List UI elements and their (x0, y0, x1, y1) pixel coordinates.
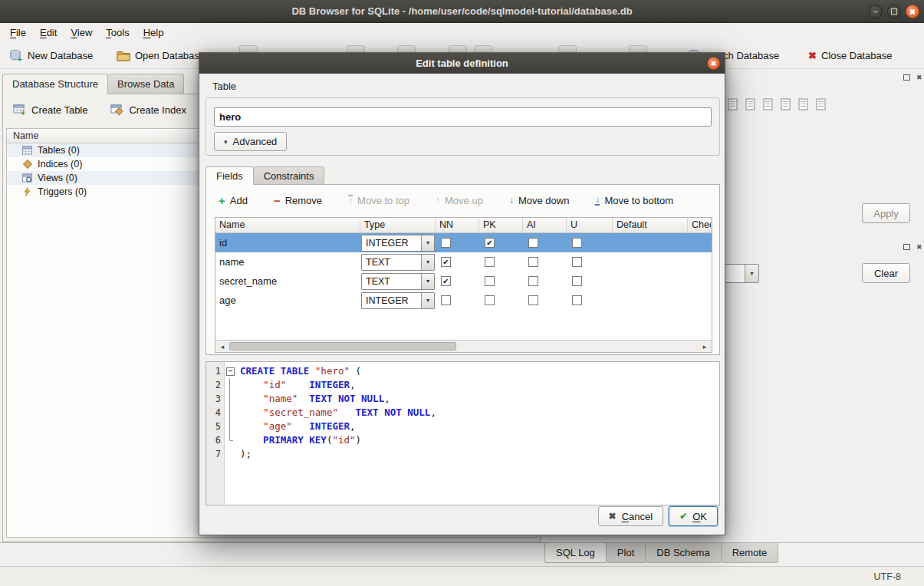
checkbox-nn[interactable] (441, 238, 451, 248)
horizontal-scrollbar[interactable]: ◂ ▸ (215, 340, 712, 352)
type-combo[interactable]: TEXT▾ (361, 273, 435, 290)
column-header-pk[interactable]: PK (479, 218, 523, 232)
checkbox-nn[interactable]: ✔ (441, 276, 451, 286)
move-bottom-icon: ↓ (595, 195, 600, 206)
dialog-titlebar[interactable]: Edit table definition ✖ (199, 53, 725, 74)
apply-button[interactable]: Apply (862, 203, 910, 223)
column-header-nn[interactable]: NN (436, 218, 479, 232)
checkbox-u[interactable] (572, 238, 582, 248)
create-table-button[interactable]: + Create Table (8, 101, 93, 118)
dock-close-icon[interactable]: ✖ (916, 243, 922, 251)
new-database-icon: + (9, 49, 23, 62)
field-row-name[interactable]: nameTEXT▾✔ (215, 252, 712, 272)
fold-markers[interactable] (225, 362, 235, 505)
scroll-left-button[interactable]: ◂ (217, 343, 228, 351)
page-icon[interactable] (727, 98, 738, 110)
column-header-ai[interactable]: AI (523, 218, 567, 232)
sql-line: CREATE TABLE "hero" ( (240, 364, 719, 378)
trigger-icon (22, 187, 32, 196)
checkbox-nn[interactable]: ✔ (441, 257, 451, 267)
tab-browse-data[interactable]: Browse Data (108, 74, 184, 94)
type-combo[interactable]: INTEGER▾ (361, 235, 435, 252)
chevron-down-icon: ▾ (745, 265, 758, 282)
column-header-check[interactable]: Check (688, 218, 712, 232)
checkbox-pk[interactable] (485, 295, 495, 305)
left-tab-bar: Database StructureBrowse Data (2, 74, 184, 94)
tab-db-schema[interactable]: DB Schema (646, 543, 721, 563)
page-icon[interactable] (745, 98, 756, 110)
column-header-name[interactable]: Name (215, 218, 360, 232)
advanced-toggle[interactable]: ▾ Advanced (214, 132, 287, 151)
close-database-button[interactable]: ✖ Close Database (804, 44, 896, 67)
tab-database-structure[interactable]: Database Structure (2, 74, 108, 94)
field-row-id[interactable]: idINTEGER▾✔ (215, 233, 712, 252)
column-header-default[interactable]: Default (613, 218, 688, 232)
menu-tools[interactable]: Tools (99, 25, 136, 41)
window-titlebar[interactable]: DB Browser for SQLite - /home/user/code/… (0, 0, 924, 23)
create-index-button[interactable]: Create Index (105, 101, 191, 118)
tab-plot[interactable]: Plot (607, 543, 646, 563)
checkbox-ai[interactable] (528, 295, 538, 305)
cancel-button[interactable]: ✖ Cancel (598, 506, 664, 526)
checkbox-u[interactable] (572, 295, 582, 305)
checkbox-pk[interactable] (485, 276, 495, 286)
checkbox-ai[interactable] (528, 238, 538, 248)
menu-edit[interactable]: Edit (33, 25, 64, 41)
remove-button[interactable]: −Remove (269, 193, 327, 209)
clear-button[interactable]: Clear (862, 263, 910, 283)
fold-marker (225, 433, 235, 447)
checkbox-u[interactable] (572, 257, 582, 267)
add-button[interactable]: +Add (214, 193, 252, 209)
page-icon[interactable] (797, 98, 809, 110)
ok-button[interactable]: ✔ OK (669, 506, 718, 526)
column-header-type[interactable]: Type (360, 218, 436, 232)
menu-help[interactable]: Help (136, 25, 171, 41)
fold-marker (225, 420, 235, 433)
window-close-button[interactable]: ✖ (906, 5, 919, 18)
page-icon[interactable] (815, 98, 827, 110)
dock-close-icon[interactable]: ✖ (916, 74, 922, 81)
move-to-bottom-button[interactable]: ↓Move to bottom (590, 193, 678, 209)
tab-sql-log[interactable]: SQL Log (544, 543, 607, 563)
new-database-button[interactable]: + New Database (5, 44, 97, 67)
move-up-button[interactable]: ↑Move up (431, 193, 488, 209)
checkbox-ai[interactable] (528, 276, 538, 286)
scroll-right-button[interactable]: ▸ (699, 343, 710, 351)
move-to-top-button[interactable]: ↑Move to top (344, 193, 414, 209)
dock-controls-top: ✖ (903, 74, 922, 81)
field-toolbar: +Add−Remove↑Move to top↑Move up↓Move dow… (214, 189, 678, 212)
page-icon[interactable] (762, 98, 774, 110)
checkbox-u[interactable] (572, 276, 582, 286)
status-bar: UTF-8 (0, 566, 924, 586)
tab-constraints[interactable]: Constraints (254, 166, 325, 185)
type-combo[interactable]: TEXT▾ (361, 254, 435, 271)
column-header-u[interactable]: U (567, 218, 613, 232)
maximize-button[interactable] (887, 5, 901, 18)
table-name-input[interactable] (214, 107, 712, 127)
ok-icon: ✔ (679, 511, 687, 522)
field-default-cell (613, 291, 688, 310)
tab-remote[interactable]: Remote (722, 543, 779, 563)
checkbox-pk[interactable] (485, 257, 495, 267)
dock-float-icon[interactable] (903, 244, 910, 250)
menu-file[interactable]: File (3, 25, 33, 41)
fields-table-header: NameTypeNNPKAIUDefaultCheck (215, 218, 712, 233)
sql-line: "secret_name" TEXT NOT NULL, (240, 406, 719, 420)
field-row-age[interactable]: ageINTEGER▾ (215, 291, 712, 310)
dock-float-icon[interactable] (903, 74, 910, 81)
open-database-button[interactable]: Open Database (112, 44, 209, 67)
checkbox-ai[interactable] (528, 257, 538, 267)
checkbox-pk[interactable]: ✔ (485, 238, 495, 248)
checkbox-nn[interactable] (441, 295, 451, 305)
move-down-button[interactable]: ↓Move down (505, 193, 574, 209)
field-row-secret-name[interactable]: secret_nameTEXT▾✔ (215, 272, 712, 291)
menu-view[interactable]: View (64, 25, 99, 41)
move-down-icon: ↓ (509, 196, 514, 205)
type-combo[interactable]: INTEGER▾ (361, 292, 435, 309)
move-up-icon: ↑ (436, 196, 440, 205)
tab-fields[interactable]: Fields (206, 166, 254, 185)
minimize-button[interactable]: – (869, 5, 883, 18)
dialog-close-button[interactable]: ✖ (707, 57, 720, 70)
scrollbar-thumb[interactable] (229, 342, 456, 351)
page-icon[interactable] (780, 98, 791, 110)
